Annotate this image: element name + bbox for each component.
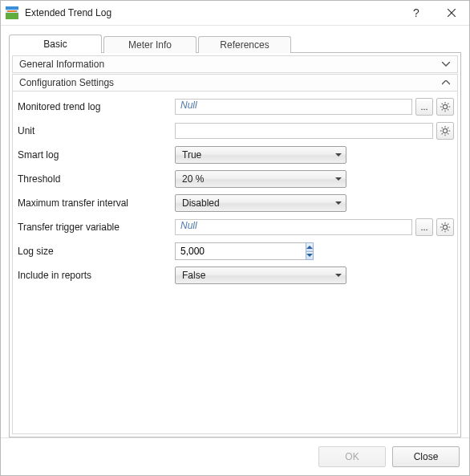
svg-line-22: [448, 128, 448, 128]
svg-rect-1: [6, 13, 18, 19]
svg-rect-3: [7, 10, 17, 12]
help-icon: ?: [413, 6, 419, 19]
ok-button: OK: [318, 446, 386, 467]
tab-meter-info[interactable]: Meter Info: [103, 36, 197, 53]
dropdown-arrow-icon: [331, 267, 346, 283]
section-title: General Information: [19, 59, 441, 70]
dropdown-arrow-icon: [331, 171, 346, 187]
label-monitored: Monitored trend log: [16, 101, 175, 112]
svg-line-34: [448, 224, 448, 225]
label-smart-log: Smart log: [16, 149, 175, 161]
svg-line-35: [442, 230, 443, 230]
label-max-interval: Maximum transfer interval: [16, 197, 175, 209]
unit-input[interactable]: [175, 123, 433, 139]
settings-button[interactable]: [436, 218, 454, 236]
settings-button[interactable]: [436, 98, 454, 116]
row-unit: Unit: [16, 122, 454, 140]
dropdown-arrow-icon: [331, 195, 346, 211]
max-interval-select[interactable]: Disabled: [175, 194, 346, 212]
arrow-up-icon: [306, 246, 313, 249]
log-size-input[interactable]: [175, 242, 306, 260]
select-value: True: [182, 149, 331, 161]
browse-button[interactable]: ...: [415, 218, 433, 236]
input-value: Null: [180, 100, 197, 111]
svg-line-20: [442, 128, 443, 128]
button-label: OK: [345, 451, 359, 462]
browse-button[interactable]: ...: [415, 98, 433, 116]
include-reports-select[interactable]: False: [175, 266, 346, 284]
input-value: Null: [180, 220, 197, 231]
close-button[interactable]: Close: [392, 446, 460, 467]
row-threshold: Threshold 20 %: [16, 170, 454, 188]
svg-marker-37: [306, 254, 313, 257]
gear-icon: [440, 125, 451, 136]
arrow-down-icon: [306, 254, 313, 257]
svg-line-12: [448, 109, 448, 110]
tab-references[interactable]: References: [198, 36, 291, 53]
select-value: 20 %: [182, 173, 331, 185]
label-include-reports: Include in reports: [16, 270, 175, 281]
close-window-button[interactable]: [434, 1, 469, 25]
smart-log-select[interactable]: True: [175, 146, 346, 164]
dialog-footer: OK Close: [1, 437, 469, 475]
row-max-transfer-interval: Maximum transfer interval Disabled: [16, 194, 454, 212]
spinner-buttons: [306, 242, 314, 260]
svg-point-27: [443, 225, 447, 229]
settings-button[interactable]: [436, 122, 454, 140]
help-button[interactable]: ?: [399, 1, 434, 25]
tab-panel: General Information Configuration Settin…: [9, 52, 461, 437]
content-area: Basic Meter Info References General Info…: [1, 26, 469, 437]
gear-icon: [440, 222, 451, 233]
row-transfer-trigger: Transfer trigger variable Null ...: [16, 218, 454, 236]
tab-label: References: [220, 39, 269, 51]
section-config-header[interactable]: Configuration Settings: [12, 74, 458, 92]
monitored-trend-log-input[interactable]: Null: [175, 99, 412, 115]
svg-line-21: [448, 133, 448, 134]
svg-marker-25: [335, 177, 342, 181]
svg-marker-26: [335, 201, 342, 205]
spinner-down-button[interactable]: [306, 251, 313, 260]
tab-basic[interactable]: Basic: [9, 35, 102, 53]
svg-line-14: [442, 109, 443, 110]
svg-marker-36: [306, 246, 313, 249]
gear-icon: [440, 101, 451, 112]
config-form: Monitored trend log Null ...: [12, 92, 458, 434]
svg-marker-38: [335, 274, 342, 277]
svg-marker-24: [335, 153, 342, 157]
threshold-select[interactable]: 20 %: [175, 170, 346, 188]
button-label: Close: [414, 451, 439, 462]
svg-point-15: [443, 128, 447, 132]
svg-point-6: [443, 104, 447, 108]
window-title: Extended Trend Log: [25, 7, 399, 18]
chevron-up-icon: [441, 78, 451, 87]
title-bar: Extended Trend Log ?: [1, 1, 469, 26]
svg-line-13: [448, 104, 448, 104]
select-value: Disabled: [182, 197, 331, 209]
ellipsis-icon: ...: [420, 222, 427, 232]
close-icon: [448, 9, 456, 17]
transfer-trigger-input[interactable]: Null: [175, 219, 412, 235]
row-monitored-trend-log: Monitored trend log Null ...: [16, 98, 454, 116]
dialog-window: Extended Trend Log ? Basic Meter Info Re…: [0, 0, 470, 476]
log-size-spinner[interactable]: [175, 242, 237, 260]
select-value: False: [182, 270, 331, 281]
tab-label: Basic: [43, 39, 67, 50]
dropdown-arrow-icon: [331, 147, 346, 163]
section-title: Configuration Settings: [19, 77, 441, 88]
svg-line-33: [448, 230, 448, 230]
tab-bar: Basic Meter Info References: [9, 34, 461, 53]
spinner-up-button[interactable]: [306, 243, 313, 251]
row-smart-log: Smart log True: [16, 146, 454, 164]
svg-line-23: [442, 133, 443, 134]
section-general-header[interactable]: General Information: [12, 55, 458, 73]
row-include-in-reports: Include in reports False: [16, 266, 454, 284]
label-threshold: Threshold: [16, 173, 175, 185]
svg-line-11: [442, 104, 443, 104]
ellipsis-icon: ...: [420, 102, 427, 112]
label-log-size: Log size: [16, 246, 175, 257]
svg-line-32: [442, 224, 443, 225]
tab-label: Meter Info: [128, 39, 172, 51]
app-icon: [6, 6, 18, 19]
label-unit: Unit: [16, 125, 175, 136]
svg-rect-2: [6, 6, 18, 10]
